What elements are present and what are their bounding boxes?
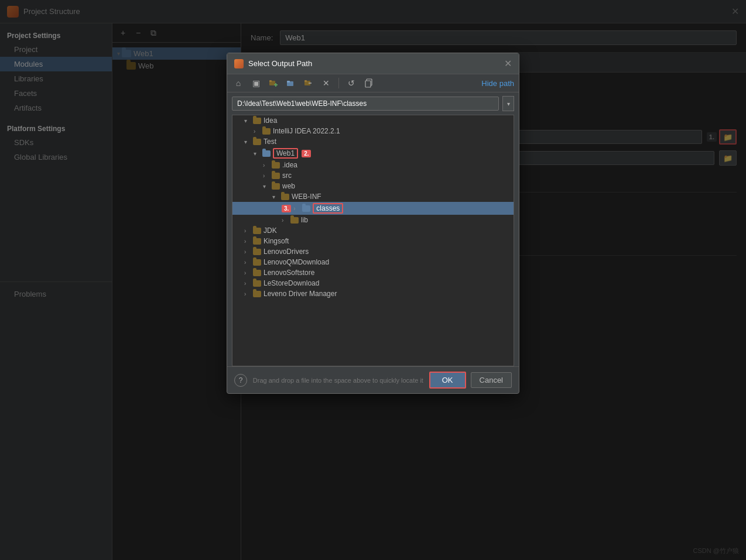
svg-rect-11 (365, 81, 371, 87)
modal-path-input-row: ▾ (227, 92, 519, 115)
tree-label-dotidea: .idea (282, 161, 297, 169)
modal-title: Select Output Path (248, 59, 504, 68)
tree-label-lenovo-drivers: LenovoDrivers (264, 248, 309, 256)
folder-icon (253, 139, 261, 145)
chevron-right-icon: › (244, 280, 251, 287)
folder-icon (253, 228, 261, 234)
modal-footer-hint: Drag and drop a file into the space abov… (252, 377, 425, 384)
folder-icon (253, 118, 261, 124)
new-folder2-icon[interactable] (285, 77, 297, 90)
folder-icon (272, 162, 280, 169)
chevron-right-icon: › (254, 128, 261, 135)
tree-item-intellij[interactable]: › IntelliJ IDEA 2022.2.1 (232, 126, 514, 136)
chevron-right-icon: › (244, 259, 251, 266)
folder-icon (253, 238, 261, 245)
chevron-right-icon: › (244, 270, 251, 276)
folder-icon (253, 249, 261, 255)
folder-icon (272, 173, 280, 179)
tree-item-lenovo-softstore[interactable]: › LenovoSoftstore (232, 267, 514, 278)
expand-icon[interactable] (302, 77, 315, 90)
modal-title-bar: Select Output Path ✕ (227, 53, 519, 74)
folder-icon (253, 291, 261, 297)
tree-label-idea: Idea (264, 116, 277, 125)
tree-label-web1: Web1 (273, 148, 298, 159)
copy-path-icon[interactable] (362, 77, 375, 90)
modal-footer: ? Drag and drop a file into the space ab… (227, 366, 519, 393)
svg-rect-8 (304, 80, 307, 82)
chevron-right-icon: › (263, 162, 270, 169)
chevron-down-icon: ▾ (244, 139, 251, 145)
tree-item-lenovo-drivers[interactable]: › LenovoDrivers (232, 246, 514, 257)
folder-icon (290, 217, 299, 224)
new-folder-icon[interactable] (267, 77, 280, 90)
chevron-right-icon: › (282, 217, 289, 224)
modal-cancel-button[interactable]: Cancel (471, 372, 512, 388)
svg-rect-6 (287, 81, 290, 83)
desktop-icon[interactable]: ▣ (249, 77, 262, 90)
tree-item-lib[interactable]: › lib (232, 215, 514, 225)
modal-overlay: Select Output Path ✕ ⌂ ▣ (0, 0, 746, 560)
chevron-down-icon: ▾ (272, 194, 279, 200)
hide-path-button[interactable]: Hide path (481, 79, 514, 88)
modal-path-input[interactable] (232, 97, 499, 111)
chevron-right-icon: › (293, 205, 300, 212)
tree-label-lib: lib (301, 216, 308, 224)
tree-item-dotidea[interactable]: › .idea (232, 160, 514, 170)
toolbar-separator (338, 78, 339, 88)
tree-item-webinf[interactable]: ▾ WEB-INF (232, 191, 514, 202)
tree-item-web[interactable]: ▾ web (232, 181, 514, 191)
chevron-down-icon: ▾ (254, 150, 261, 157)
tree-label-lestore: LeStoreDownload (264, 279, 319, 287)
chevron-right-icon: ▾ (244, 118, 251, 124)
chevron-right-icon: › (244, 238, 251, 245)
chevron-down-icon: ▾ (263, 183, 270, 190)
modal-toolbar: ⌂ ▣ (227, 74, 519, 92)
folder-icon (281, 194, 289, 200)
home-icon[interactable]: ⌂ (232, 77, 245, 90)
tree-item-web1[interactable]: ▾ Web1 2. (232, 147, 514, 160)
folder-icon (253, 280, 261, 287)
folder-icon (253, 270, 261, 276)
chevron-right-icon: › (244, 249, 251, 255)
tree-item-kingsoft[interactable]: › Kingsoft (232, 236, 514, 246)
tree-item-lenovo-qm[interactable]: › LenovoQMDownload (232, 257, 514, 267)
tree-label-web: web (282, 182, 295, 190)
select-output-path-modal: Select Output Path ✕ ⌂ ▣ (227, 53, 519, 394)
delete-icon[interactable]: ✕ (320, 77, 333, 90)
tree-label-kingsoft: Kingsoft (264, 237, 289, 245)
step2-label: 2. (302, 150, 311, 157)
tree-label-test: Test (264, 138, 276, 146)
svg-rect-2 (269, 80, 272, 82)
tree-item-classes[interactable]: 3. › classes (232, 202, 514, 215)
step3-label: 3. (282, 205, 291, 212)
tree-label-src: src (282, 171, 292, 180)
chevron-right-icon: › (244, 291, 251, 297)
tree-label-leveno-driver: Leveno Driver Manager (264, 290, 337, 298)
tree-label-webinf: WEB-INF (292, 193, 321, 201)
tree-item-test[interactable]: ▾ Test (232, 136, 514, 147)
chevron-right-icon: › (244, 228, 251, 234)
modal-help-button[interactable]: ? (234, 374, 247, 387)
modal-app-icon (234, 59, 244, 68)
folder-blue-icon (302, 205, 310, 212)
tree-item-src[interactable]: › src (232, 170, 514, 181)
tree-label-lenovo-qm: LenovoQMDownload (264, 258, 329, 266)
tree-item-lestore[interactable]: › LeStoreDownload (232, 278, 514, 288)
folder-icon (253, 259, 261, 266)
tree-item-leveno-driver[interactable]: › Leveno Driver Manager (232, 288, 514, 299)
folder-icon (262, 128, 271, 135)
tree-label-jdk: JDK (264, 226, 277, 235)
folder-blue-icon (262, 150, 271, 157)
modal-ok-button[interactable]: OK (429, 372, 466, 389)
chevron-right-icon: › (263, 173, 270, 179)
modal-close-button[interactable]: ✕ (504, 58, 512, 69)
refresh-icon[interactable]: ↺ (345, 77, 358, 90)
tree-label-lenovo-softstore: LenovoSoftstore (264, 269, 314, 277)
tree-label-classes: classes (313, 203, 343, 214)
tree-label-intellij: IntelliJ IDEA 2022.2.1 (273, 127, 340, 135)
modal-path-dropdown-button[interactable]: ▾ (502, 96, 514, 111)
folder-icon (272, 183, 280, 190)
tree-item-idea[interactable]: ▾ Idea (232, 115, 514, 126)
tree-item-jdk[interactable]: › JDK (232, 225, 514, 236)
modal-file-tree: ▾ Idea › IntelliJ IDEA 2022.2.1 ▾ Test ▾… (232, 115, 514, 366)
